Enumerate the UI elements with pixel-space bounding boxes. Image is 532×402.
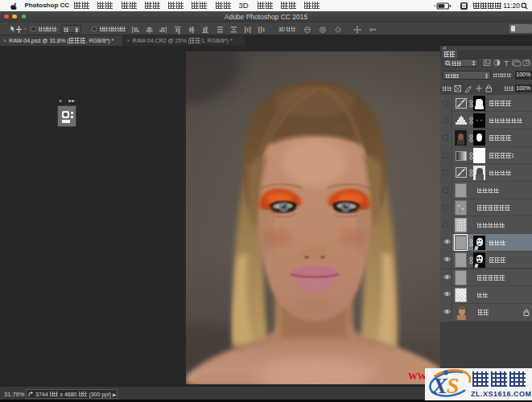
svg-text:S: S: [447, 373, 460, 398]
svg-text:T: T: [504, 59, 509, 68]
svg-text:‹: ‹: [434, 3, 435, 9]
svg-text:X: X: [431, 373, 448, 398]
